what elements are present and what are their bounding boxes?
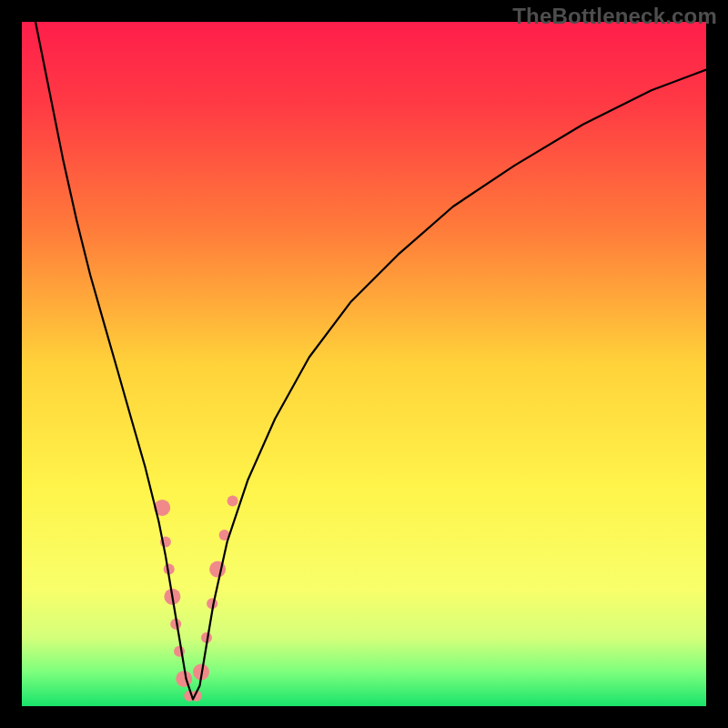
plot-area bbox=[22, 22, 706, 706]
marker-group bbox=[154, 495, 238, 701]
chart-frame: TheBottleneck.com bbox=[0, 0, 728, 728]
marker-dot bbox=[176, 671, 192, 687]
bottleneck-curve bbox=[35, 22, 706, 700]
marker-dot bbox=[228, 495, 238, 506]
watermark-text: TheBottleneck.com bbox=[512, 4, 717, 29]
chart-svg bbox=[22, 22, 706, 706]
